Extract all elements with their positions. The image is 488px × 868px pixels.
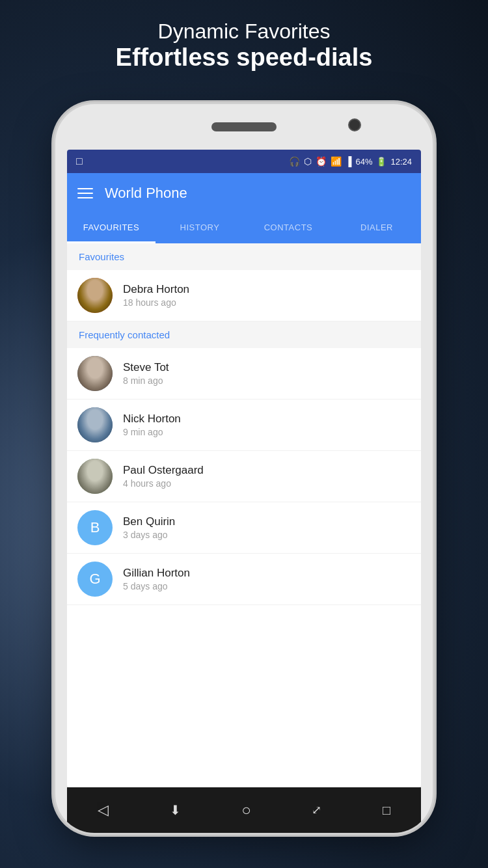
avatar-ben: B: [77, 510, 113, 545]
hamburger-line-1: [77, 188, 93, 189]
avatar-face-steve: [77, 356, 113, 391]
contact-info-nick: Nick Horton 9 min ago: [123, 413, 181, 437]
contact-name-ben: Ben Quirin: [123, 515, 175, 528]
tab-contacts[interactable]: CONTACTS: [244, 213, 332, 241]
content-area: Favourites Debra Horton 18 hours ago Fre…: [67, 243, 421, 605]
wifi-icon: 📶: [331, 156, 342, 167]
contact-item-debra[interactable]: Debra Horton 18 hours ago: [67, 270, 421, 321]
contact-info-steve: Steve Tot 8 min ago: [123, 361, 169, 386]
menu-button[interactable]: [77, 188, 93, 198]
battery-percent: 64%: [355, 157, 372, 167]
back-button[interactable]: ◁: [98, 802, 109, 819]
headphone-icon: 🎧: [289, 156, 300, 167]
status-bar-right: 🎧 ⬡ ⏰ 📶 ▐ 64% 🔋 12:24: [289, 156, 413, 167]
contact-name-paul: Paul Ostergaard: [123, 464, 204, 477]
contact-item-paul[interactable]: Paul Ostergaard 4 hours ago: [67, 451, 421, 502]
status-bar: □ 🎧 ⬡ ⏰ 📶 ▐ 64% 🔋 12:24: [67, 150, 421, 173]
tab-history[interactable]: HISTORY: [156, 213, 244, 241]
contact-info-ben: Ben Quirin 3 days ago: [123, 515, 175, 540]
home-button[interactable]: ○: [241, 801, 251, 819]
down-button[interactable]: ⬇: [170, 802, 181, 818]
phone-screen: □ 🎧 ⬡ ⏰ 📶 ▐ 64% 🔋 12:24 World Phone: [67, 150, 421, 787]
speaker: [211, 122, 277, 131]
avatar-steve: [77, 356, 113, 391]
avatar-face-debra: [77, 278, 113, 313]
app-bar: World Phone: [67, 173, 421, 213]
bb-icon: □: [76, 156, 83, 167]
contact-time-steve: 8 min ago: [123, 375, 169, 386]
contact-name-steve: Steve Tot: [123, 361, 169, 374]
signal-icon: ▐: [346, 156, 352, 167]
avatar-initial-ben: B: [90, 519, 100, 536]
recent-button[interactable]: ⤢: [312, 803, 321, 817]
header-text: Dynamic Favorites Effortless speed-dials: [0, 20, 488, 72]
status-bar-left: □: [76, 156, 83, 167]
tab-favourites[interactable]: FAVOURITES: [67, 213, 156, 243]
camera: [348, 118, 361, 131]
contact-time-nick: 9 min ago: [123, 427, 181, 437]
contact-name-gillian: Gillian Horton: [123, 567, 190, 580]
avatar-face-nick: [77, 407, 113, 442]
app-title: World Phone: [105, 185, 187, 202]
avatar-debra: [77, 278, 113, 313]
hamburger-line-2: [77, 193, 93, 194]
bluetooth-icon: ⬡: [304, 156, 312, 167]
contact-name-debra: Debra Horton: [123, 283, 189, 296]
header-subtitle: Dynamic Favorites: [0, 20, 488, 44]
contact-item-nick[interactable]: Nick Horton 9 min ago: [67, 400, 421, 451]
contact-info-paul: Paul Ostergaard 4 hours ago: [123, 464, 204, 489]
avatar-face-paul: [77, 459, 113, 494]
section-header-frequent: Frequently contacted: [67, 321, 421, 348]
avatar-gillian: G: [77, 562, 113, 597]
avatar-initial-gillian: G: [89, 571, 100, 588]
battery-icon: 🔋: [376, 157, 386, 167]
alarm-icon: ⏰: [316, 156, 327, 167]
contact-info-gillian: Gillian Horton 5 days ago: [123, 567, 190, 591]
clock: 12:24: [390, 157, 412, 167]
avatar-nick: [77, 407, 113, 442]
tab-dialer[interactable]: DIALER: [332, 213, 421, 241]
hamburger-line-3: [77, 197, 93, 198]
contact-time-debra: 18 hours ago: [123, 297, 189, 308]
avatar-paul: [77, 459, 113, 494]
contact-info-debra: Debra Horton 18 hours ago: [123, 283, 189, 308]
contact-time-gillian: 5 days ago: [123, 581, 190, 591]
contact-name-nick: Nick Horton: [123, 413, 181, 426]
nav-bar: ◁ ⬇ ○ ⤢ □: [67, 787, 421, 833]
square-button[interactable]: □: [383, 803, 390, 818]
contact-item-steve[interactable]: Steve Tot 8 min ago: [67, 348, 421, 400]
contact-item-ben[interactable]: B Ben Quirin 3 days ago: [67, 502, 421, 554]
header-title: Effortless speed-dials: [0, 44, 488, 72]
phone-shell: □ 🎧 ⬡ ⏰ 📶 ▐ 64% 🔋 12:24 World Phone: [55, 104, 433, 833]
contact-item-gillian[interactable]: G Gillian Horton 5 days ago: [67, 554, 421, 605]
contact-time-paul: 4 hours ago: [123, 478, 204, 489]
tab-bar: FAVOURITES HISTORY CONTACTS DIALER: [67, 213, 421, 243]
contact-time-ben: 3 days ago: [123, 530, 175, 540]
section-header-favourites: Favourites: [67, 243, 421, 270]
